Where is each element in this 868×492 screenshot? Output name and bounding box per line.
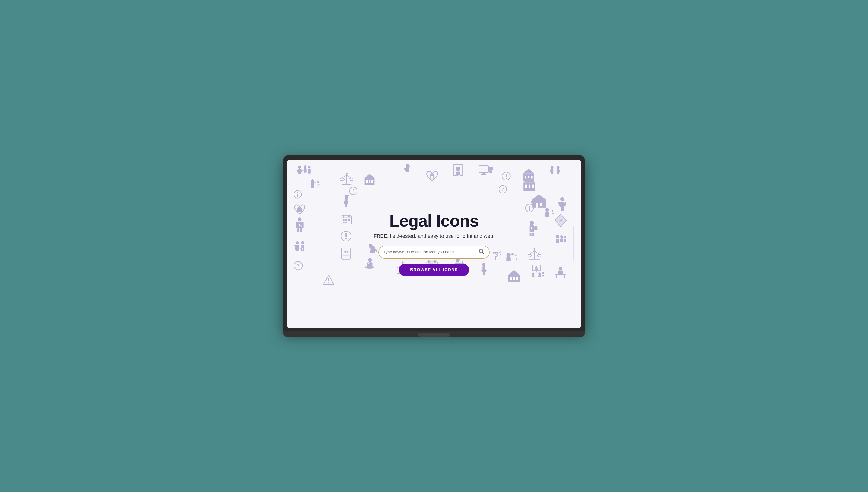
laptop-container: CLERK: [283, 155, 585, 337]
screen: CLERK: [288, 159, 580, 328]
subtitle-free: FREE: [373, 233, 387, 239]
search-icon: [478, 248, 484, 256]
laptop-base: [283, 331, 585, 337]
search-bar[interactable]: [378, 246, 490, 259]
laptop-body: CLERK: [283, 155, 585, 331]
page-title: Legal Icons: [389, 212, 478, 230]
svg-line-216: [482, 252, 484, 254]
screen-content: Legal Icons FREE, field-tested, and easy…: [288, 159, 580, 328]
subtitle-rest: , field-tested, and easy to use for prin…: [387, 233, 495, 239]
browse-all-icons-button[interactable]: BROWSE ALL ICONS: [399, 264, 469, 276]
center-box: Legal Icons FREE, field-tested, and easy…: [373, 212, 495, 276]
search-input[interactable]: [384, 250, 478, 254]
page-subtitle: FREE, field-tested, and easy to use for …: [373, 233, 495, 239]
